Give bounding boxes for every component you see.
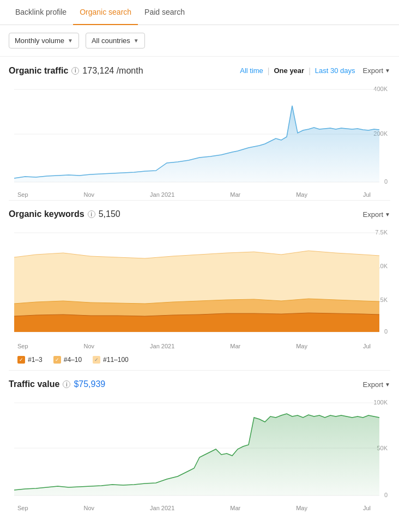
- tab-paid[interactable]: Paid search: [138, 0, 191, 25]
- time-filter-one-year[interactable]: One year: [271, 65, 308, 76]
- x-label-sep: Sep: [17, 505, 28, 511]
- export-label-tv: Export: [363, 380, 384, 389]
- organic-traffic-info-icon[interactable]: i: [71, 67, 79, 75]
- chevron-down-icon: ▼: [385, 68, 390, 74]
- rank1-3-checkbox[interactable]: ✓: [17, 356, 25, 364]
- organic-keywords-x-labels: Sep Nov Jan 2021 Mar May Jul: [9, 341, 390, 352]
- chevron-down-icon: ▼: [68, 38, 73, 44]
- organic-traffic-title: Organic traffic i: [9, 66, 79, 76]
- x-label-may: May: [296, 191, 307, 198]
- chevron-down-icon: ▼: [385, 382, 390, 388]
- tab-backlink[interactable]: Backlink profile: [9, 0, 73, 25]
- organic-traffic-value: 173,124 /month: [82, 66, 143, 76]
- x-label-nov: Nov: [84, 343, 95, 349]
- rank11-100-label: #11–100: [103, 356, 129, 364]
- organic-keywords-title-group: Organic keywords i 5,150: [9, 209, 120, 219]
- legend-item-rank1-3[interactable]: ✓ #1–3: [17, 356, 43, 364]
- traffic-value-x-labels: Sep Nov Jan 2021 Mar May Jul: [9, 503, 390, 513]
- traffic-value-section: Traffic value i $75,939 Export ▼ 100K 50…: [0, 371, 399, 513]
- organic-traffic-svg: 400K 200K 0: [9, 81, 390, 188]
- organic-traffic-controls: All time | One year | Last 30 days Expor…: [237, 65, 390, 76]
- export-label: Export: [363, 66, 384, 75]
- chevron-down-icon: ▼: [385, 211, 390, 217]
- x-label-nov: Nov: [84, 505, 95, 511]
- x-label-sep: Sep: [17, 343, 28, 349]
- organic-keywords-export[interactable]: Export ▼: [363, 210, 390, 219]
- x-label-jul: Jul: [363, 191, 371, 198]
- traffic-value-amount: $75,939: [74, 379, 105, 389]
- tab-organic[interactable]: Organic search: [73, 0, 138, 25]
- rank11-100-checkbox[interactable]: ✓: [93, 356, 100, 364]
- organic-traffic-title-group: Organic traffic i 173,124 /month: [9, 66, 143, 76]
- traffic-value-title: Traffic value i: [9, 379, 70, 389]
- svg-text:0: 0: [384, 178, 388, 185]
- x-label-mar: Mar: [230, 343, 240, 349]
- svg-text:0: 0: [384, 492, 388, 498]
- time-filter-sep2: |: [309, 66, 311, 75]
- legend-item-rank4-10[interactable]: ✓ #4–10: [53, 356, 82, 364]
- x-label-nov: Nov: [84, 191, 95, 198]
- organic-traffic-x-labels: Sep Nov Jan 2021 Mar May Jul: [9, 189, 390, 200]
- organic-keywords-svg: 7.5K 5.0K 2.5K 0: [9, 225, 390, 339]
- organic-traffic-header: Organic traffic i 173,124 /month All tim…: [9, 65, 390, 76]
- x-label-jul: Jul: [363, 505, 371, 511]
- rank4-10-checkbox[interactable]: ✓: [53, 356, 61, 364]
- organic-keywords-header: Organic keywords i 5,150 Export ▼: [9, 209, 390, 219]
- organic-traffic-chart: 400K 200K 0 Sep Nov Jan 2021 Mar: [9, 81, 390, 200]
- svg-text:0: 0: [384, 328, 388, 335]
- keywords-legend: ✓ #1–3 ✓ #4–10 ✓ #11–100: [9, 352, 390, 370]
- x-label-may: May: [296, 505, 307, 511]
- country-dropdown[interactable]: All countries ▼: [86, 33, 145, 49]
- tab-bar: Backlink profile Organic search Paid sea…: [0, 0, 399, 25]
- rank1-3-label: #1–3: [28, 356, 43, 364]
- traffic-value-export[interactable]: Export ▼: [363, 380, 390, 389]
- time-filter-all-time[interactable]: All time: [237, 65, 267, 76]
- time-filter-sep1: |: [268, 66, 270, 75]
- rank4-10-label: #4–10: [64, 356, 82, 364]
- traffic-value-svg: 100K 50K 0: [9, 395, 390, 501]
- time-filter-30-days[interactable]: Last 30 days: [312, 65, 359, 76]
- country-dropdown-label: All countries: [92, 37, 130, 45]
- organic-keywords-title: Organic keywords i: [9, 209, 95, 219]
- x-label-jul: Jul: [363, 343, 371, 349]
- organic-keywords-section: Organic keywords i 5,150 Export ▼ 7.5K 5…: [0, 201, 399, 370]
- svg-text:100K: 100K: [373, 399, 388, 406]
- x-label-sep: Sep: [17, 191, 28, 198]
- legend-item-rank11-100[interactable]: ✓ #11–100: [93, 356, 129, 364]
- x-label-mar: Mar: [230, 505, 240, 511]
- controls-bar: Monthly volume ▼ All countries ▼: [0, 25, 399, 57]
- traffic-value-header: Traffic value i $75,939 Export ▼: [9, 379, 390, 389]
- x-label-mar: Mar: [230, 191, 240, 198]
- x-label-may: May: [296, 343, 307, 349]
- x-label-jan: Jan 2021: [150, 505, 174, 511]
- organic-traffic-export[interactable]: Export ▼: [363, 66, 390, 75]
- organic-traffic-section: Organic traffic i 173,124 /month All tim…: [0, 57, 399, 200]
- volume-dropdown-label: Monthly volume: [15, 37, 64, 45]
- traffic-value-info-icon[interactable]: i: [63, 380, 70, 388]
- x-label-jan: Jan 2021: [150, 191, 174, 198]
- traffic-value-chart: 100K 50K 0 Sep Nov Jan 2021 Mar May: [9, 395, 390, 513]
- volume-dropdown[interactable]: Monthly volume ▼: [9, 33, 79, 49]
- organic-keywords-value: 5,150: [99, 209, 120, 219]
- time-filters: All time | One year | Last 30 days: [237, 65, 358, 76]
- export-label-kw: Export: [363, 210, 384, 219]
- organic-keywords-chart: 7.5K 5.0K 2.5K 0 Sep Nov Jan 2021 M: [9, 225, 390, 352]
- organic-keywords-info-icon[interactable]: i: [88, 210, 95, 218]
- x-label-jan: Jan 2021: [150, 343, 174, 349]
- traffic-value-title-group: Traffic value i $75,939: [9, 379, 105, 389]
- chevron-down-icon: ▼: [134, 38, 139, 44]
- svg-text:400K: 400K: [373, 86, 388, 92]
- svg-text:7.5K: 7.5K: [375, 229, 388, 235]
